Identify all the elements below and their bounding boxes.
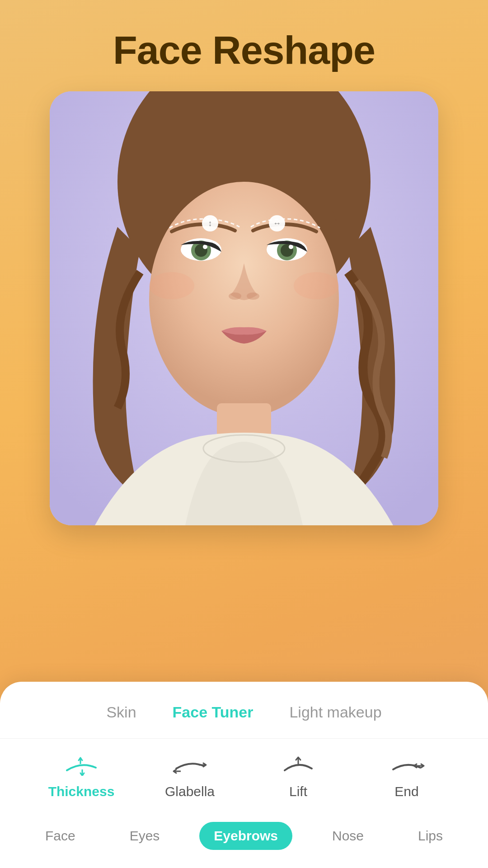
photo-container: ↕ ↔	[50, 91, 438, 525]
bottom-panel: Skin Face Tuner Light makeup Thickness	[0, 682, 488, 868]
tool-thickness[interactable]: Thickness	[45, 755, 117, 799]
svg-point-12	[289, 245, 293, 249]
svg-text:↔: ↔	[273, 219, 281, 228]
tools-row: Thickness Glabella	[0, 739, 488, 808]
lift-label: Lift	[289, 784, 307, 799]
nav-eyes[interactable]: Eyes	[115, 822, 174, 850]
glabella-label: Glabella	[165, 784, 215, 799]
lift-icon	[280, 755, 316, 777]
glabella-icon	[172, 755, 208, 777]
svg-point-15	[149, 272, 194, 299]
nav-nose[interactable]: Nose	[318, 822, 378, 850]
svg-point-13	[229, 292, 241, 300]
svg-text:↕: ↕	[208, 219, 212, 228]
svg-point-16	[294, 272, 339, 299]
page-title: Face Reshape	[113, 27, 375, 73]
thickness-icon	[63, 755, 99, 777]
nav-eyebrows[interactable]: Eyebrows	[199, 822, 292, 850]
face-illustration: ↕ ↔	[50, 91, 438, 525]
category-tabs: Skin Face Tuner Light makeup	[0, 700, 488, 739]
tool-glabella[interactable]: Glabella	[154, 755, 226, 799]
tool-lift[interactable]: Lift	[262, 755, 334, 799]
bottom-nav: Face Eyes Eyebrows Nose Lips	[0, 813, 488, 854]
svg-point-8	[203, 245, 207, 249]
tab-light-makeup[interactable]: Light makeup	[289, 700, 381, 725]
tab-skin[interactable]: Skin	[106, 700, 136, 725]
end-label: End	[394, 784, 418, 799]
nav-face[interactable]: Face	[31, 822, 90, 850]
svg-point-14	[247, 292, 259, 300]
tool-end[interactable]: End	[371, 755, 443, 799]
thickness-label: Thickness	[48, 784, 115, 799]
tab-face-tuner[interactable]: Face Tuner	[173, 700, 253, 725]
nav-lips[interactable]: Lips	[404, 822, 457, 850]
end-icon	[389, 755, 425, 777]
